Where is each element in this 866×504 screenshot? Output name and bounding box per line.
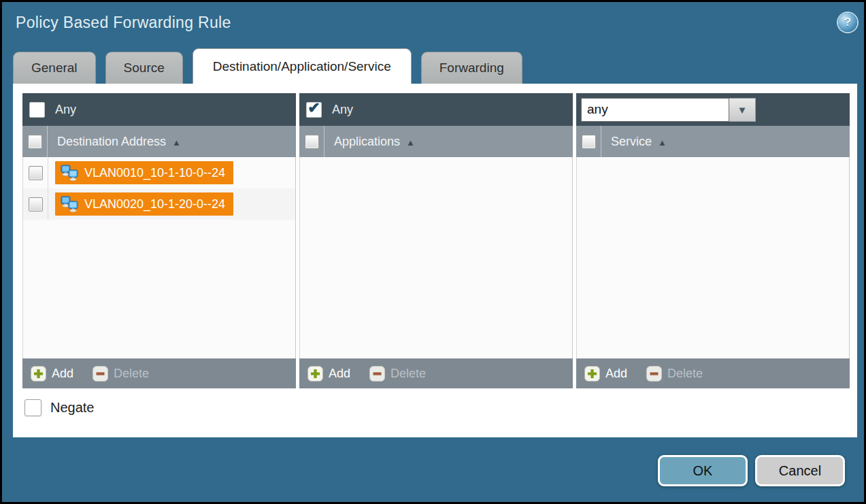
negate-checkbox[interactable] (24, 399, 41, 416)
delete-minus-icon (646, 366, 662, 382)
service-delete-button[interactable]: Delete (646, 366, 703, 382)
destination-footer: Add Delete (22, 358, 296, 388)
ok-button[interactable]: OK (658, 455, 748, 486)
tab-bar: General Source Destination/Application/S… (13, 50, 532, 84)
applications-any-checkbox[interactable]: ✔ (306, 102, 322, 118)
chevron-down-icon: ▼ (737, 104, 748, 116)
sort-ascending-icon[interactable]: ▲ (406, 136, 415, 148)
destination-select-all-checkbox[interactable] (28, 135, 42, 149)
add-label: Add (52, 367, 73, 381)
cancel-button[interactable]: Cancel (755, 455, 845, 486)
address-label: VLAN0010_10-1-10-0--24 (84, 166, 225, 180)
address-object-chip[interactable]: VLAN0020_10-1-20-0--24 (55, 192, 233, 216)
applications-list (299, 157, 573, 358)
service-list (576, 157, 850, 358)
applications-delete-button[interactable]: Delete (369, 366, 426, 382)
destination-address-header-row[interactable]: Destination Address ▲ (22, 126, 296, 157)
destination-select-all-cell (22, 126, 48, 157)
add-plus-icon (307, 366, 323, 382)
destination-address-row[interactable]: VLAN0020_10-1-20-0--24 (23, 188, 295, 220)
sort-ascending-icon[interactable]: ▲ (172, 136, 181, 148)
applications-any-row: ✔ Any (299, 93, 573, 126)
dropdown-button[interactable]: ▼ (729, 98, 756, 122)
tab-general[interactable]: General (13, 52, 96, 84)
selection-columns: ✔ Any Destination Address ▲ (22, 93, 850, 388)
delete-label: Delete (114, 367, 149, 381)
delete-minus-icon (369, 366, 385, 382)
row-checkbox[interactable] (29, 166, 43, 180)
destination-address-list: VLAN0010_10-1-10-0--24 VLAN0020_10-1-20-… (22, 157, 296, 358)
applications-any-label: Any (332, 103, 353, 117)
destination-any-checkbox[interactable]: ✔ (29, 102, 45, 118)
network-address-icon (61, 165, 79, 182)
service-header-row[interactable]: Service ▲ (576, 126, 850, 157)
applications-add-button[interactable]: Add (307, 366, 350, 382)
help-icon[interactable]: ? (838, 13, 857, 32)
service-select-all-cell (576, 126, 601, 157)
destination-any-label: Any (55, 103, 76, 117)
delete-minus-icon (93, 366, 108, 382)
tab-content-panel: ✔ Any Destination Address ▲ (13, 84, 857, 437)
tab-source[interactable]: Source (105, 52, 183, 84)
applications-footer: Add Delete (299, 358, 573, 388)
destination-address-column: ✔ Any Destination Address ▲ (22, 93, 296, 388)
applications-header-label[interactable]: Applications (334, 135, 400, 149)
destination-any-row: ✔ Any (22, 93, 296, 126)
add-label: Add (329, 367, 350, 381)
negate-row: Negate (24, 399, 95, 416)
tab-destination-application-service[interactable]: Destination/Application/Service (193, 48, 412, 84)
service-type-dropdown[interactable]: any ▼ (581, 98, 756, 122)
address-label: VLAN0020_10-1-20-0--24 (84, 197, 225, 212)
service-select-all-checkbox[interactable] (582, 135, 596, 149)
delete-label: Delete (667, 367, 703, 381)
destination-delete-button[interactable]: Delete (93, 366, 149, 382)
checkmark-icon: ✔ (307, 101, 320, 116)
row-checkbox-cell (23, 157, 48, 188)
row-checkbox[interactable] (29, 197, 43, 212)
policy-based-forwarding-dialog: Policy Based Forwarding Rule ? General S… (0, 0, 866, 504)
service-dropdown-row: any ▼ (576, 93, 850, 126)
applications-header-row[interactable]: Applications ▲ (299, 126, 573, 157)
service-header-label[interactable]: Service (611, 135, 652, 149)
delete-label: Delete (390, 367, 426, 381)
sort-ascending-icon[interactable]: ▲ (658, 136, 667, 148)
dialog-title: Policy Based Forwarding Rule (16, 14, 231, 32)
service-footer: Add Delete (576, 358, 850, 388)
add-label: Add (605, 367, 627, 381)
service-add-button[interactable]: Add (584, 366, 627, 382)
tab-forwarding[interactable]: Forwarding (421, 52, 522, 84)
destination-address-row[interactable]: VLAN0010_10-1-10-0--24 (23, 157, 295, 188)
applications-select-all-cell (299, 126, 324, 157)
destination-address-header-label[interactable]: Destination Address (57, 135, 166, 149)
service-column: any ▼ Service ▲ (576, 93, 850, 388)
applications-select-all-checkbox[interactable] (305, 135, 319, 149)
add-plus-icon (584, 366, 600, 382)
network-address-icon (61, 196, 79, 213)
row-checkbox-cell (23, 188, 48, 220)
dialog-action-buttons: OK Cancel (658, 455, 845, 486)
service-type-value[interactable]: any (581, 98, 729, 122)
address-object-chip[interactable]: VLAN0010_10-1-10-0--24 (55, 161, 233, 184)
applications-column: ✔ Any Applications ▲ (299, 93, 573, 388)
negate-label: Negate (50, 400, 95, 416)
add-plus-icon (31, 366, 46, 382)
destination-add-button[interactable]: Add (31, 366, 73, 382)
question-mark-glyph: ? (844, 16, 851, 29)
